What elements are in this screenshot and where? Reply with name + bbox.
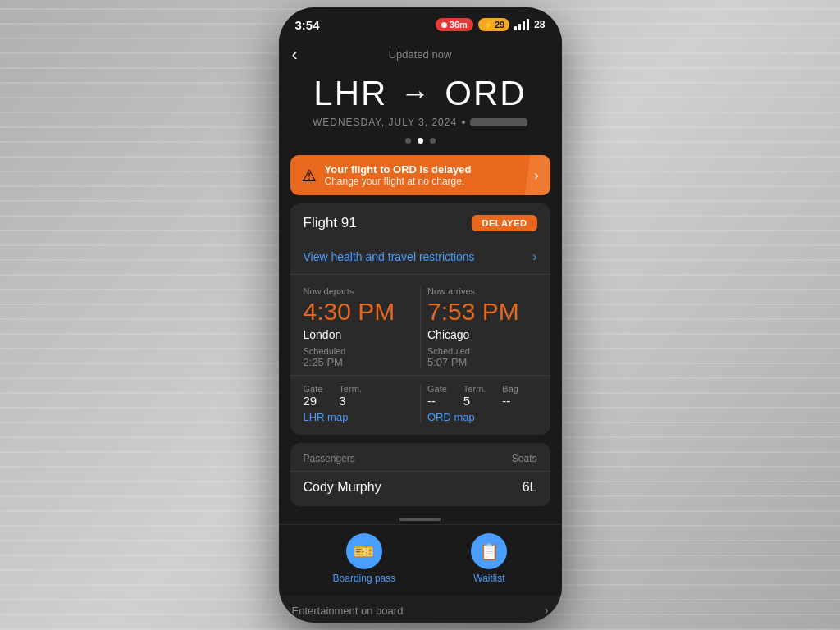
seats-label: Seats: [512, 453, 537, 464]
screen-content[interactable]: ‹ Updated now LHR → ORD WEDNESDAY, JULY …: [279, 39, 562, 623]
handle-bar: [399, 518, 441, 521]
alert-subtitle: Change your flight at no charge.: [325, 176, 528, 187]
updated-text: Updated now: [389, 48, 452, 61]
phone-shell: 3:54 36m ⚡ 29 28 ‹ Updated now: [279, 7, 562, 623]
route-date-text: WEDNESDAY, JULY 3, 2024: [313, 116, 457, 128]
arrive-bag-value: --: [502, 394, 518, 408]
depart-scheduled-label: Scheduled: [304, 346, 414, 356]
dot-1[interactable]: [418, 138, 423, 144]
waitlist-nav[interactable]: 📋 Waitlist: [471, 533, 507, 584]
alert-title: Your flight to ORD is delayed: [325, 163, 528, 176]
arrive-term-label: Term.: [463, 384, 486, 394]
depart-term-value: 3: [339, 394, 362, 408]
warning-icon: ⚠: [302, 166, 317, 185]
signal-bar-3: [523, 21, 525, 30]
depart-time: 4:30 PM: [304, 298, 414, 325]
route-date-dot: [462, 121, 465, 124]
arrive-column: Now arrives 7:53 PM Chicago Scheduled 5:…: [420, 286, 537, 368]
boarding-pass-icon: 🎫: [346, 533, 382, 569]
battery-badge: ⚡ 29: [478, 18, 509, 31]
route-section: LHR → ORD WEDNESDAY, JULY 3, 2024: [279, 66, 562, 128]
arrive-scheduled-time: 5:07 PM: [427, 356, 537, 368]
gate-grid: Gate 29 Term. 3 LHR map Gate: [290, 376, 550, 435]
dots-indicator: [279, 128, 562, 150]
entertainment-text: Entertainment on board: [292, 605, 404, 617]
arrive-term-value: 5: [463, 394, 486, 408]
signal-bar-1: [514, 26, 517, 30]
depart-column: Now departs 4:30 PM London Scheduled 2:2…: [304, 286, 421, 368]
dot-0[interactable]: [405, 138, 411, 144]
delayed-badge: DELAYED: [472, 215, 536, 231]
arrive-term-item: Term. 5: [463, 384, 486, 408]
wifi-num: 28: [534, 19, 545, 30]
signal-bar-4: [527, 19, 529, 30]
lhr-map-link[interactable]: LHR map: [304, 411, 414, 423]
depart-gate-col: Gate 29 Term. 3 LHR map: [304, 384, 421, 423]
entertainment-bar[interactable]: Entertainment on board ›: [279, 596, 562, 623]
route-destination: ORD: [445, 74, 526, 113]
back-button[interactable]: ‹: [292, 44, 298, 66]
arrive-label: Now arrives: [427, 286, 537, 296]
alert-time: 36m: [450, 20, 468, 30]
bottom-nav: 🎫 Boarding pass 📋 Waitlist: [279, 524, 562, 596]
travel-restrictions-link[interactable]: View health and travel restrictions ›: [290, 240, 550, 275]
arrive-city: Chicago: [427, 328, 537, 341]
travel-link-text: View health and travel restrictions: [304, 250, 475, 263]
flight-number: Flight 91: [304, 215, 357, 231]
arrive-gate-col: Gate -- Term. 5 Bag -- ORD map: [420, 384, 537, 423]
passenger-seat: 6L: [523, 480, 537, 495]
header: ‹ Updated now: [279, 39, 562, 66]
battery-num: 29: [495, 20, 504, 30]
route-title: LHR → ORD: [295, 74, 546, 113]
alert-banner[interactable]: ⚠ Your flight to ORD is delayed Change y…: [290, 155, 550, 195]
status-right: 36m ⚡ 29 28: [436, 18, 546, 31]
depart-term-label: Term.: [339, 384, 362, 394]
entertainment-chevron-icon: ›: [545, 604, 549, 617]
arrive-gate-item: Gate --: [427, 384, 447, 408]
waitlist-label: Waitlist: [473, 573, 504, 584]
depart-scheduled-time: 2:25 PM: [304, 356, 414, 368]
passenger-name: Cody Murphy: [304, 480, 381, 495]
depart-city: London: [304, 328, 414, 341]
flight-card: Flight 91 DELAYED View health and travel…: [290, 203, 550, 435]
flight-header: Flight 91 DELAYED: [290, 203, 550, 240]
passengers-header: Passengers Seats: [290, 443, 550, 472]
alert-badge: 36m: [436, 18, 473, 31]
signal-bar-2: [518, 24, 521, 30]
passengers-label: Passengers: [304, 453, 355, 464]
depart-term-item: Term. 3: [339, 384, 362, 408]
alert-dot: [441, 22, 447, 28]
alert-text-block: Your flight to ORD is delayed Change you…: [325, 163, 528, 187]
signal-bars: [514, 19, 529, 30]
depart-label: Now departs: [304, 286, 414, 296]
arrive-gate-label: Gate: [427, 384, 447, 394]
boarding-pass-label: Boarding pass: [333, 573, 396, 584]
status-time: 3:54: [295, 18, 320, 32]
depart-gate-value: 29: [304, 394, 323, 408]
arrive-gate-value: --: [427, 394, 447, 408]
passengers-section: Passengers Seats Cody Murphy 6L: [290, 443, 550, 506]
dot-2[interactable]: [430, 138, 436, 144]
arrive-gate-row: Gate -- Term. 5 Bag --: [427, 384, 537, 408]
arrive-bag-label: Bag: [502, 384, 518, 394]
arrive-bag-item: Bag --: [502, 384, 518, 408]
route-arrow-icon: →: [400, 76, 431, 111]
arrive-time: 7:53 PM: [427, 298, 537, 325]
times-grid: Now departs 4:30 PM London Scheduled 2:2…: [290, 275, 550, 376]
waitlist-icon: 📋: [471, 533, 507, 569]
depart-gate-item: Gate 29: [304, 384, 323, 408]
travel-link-chevron-icon: ›: [532, 249, 536, 264]
ord-map-link[interactable]: ORD map: [427, 411, 537, 423]
route-origin: LHR: [313, 74, 387, 113]
depart-gate-row: Gate 29 Term. 3: [304, 384, 414, 408]
battery-icon: ⚡: [483, 21, 493, 30]
alert-chevron-icon: ›: [534, 168, 538, 183]
bottom-handle: [279, 511, 562, 524]
route-date: WEDNESDAY, JULY 3, 2024: [295, 116, 546, 128]
route-date-flight-num: [470, 118, 527, 126]
arrive-scheduled-label: Scheduled: [427, 346, 537, 356]
status-bar: 3:54 36m ⚡ 29 28: [279, 7, 562, 39]
boarding-pass-nav[interactable]: 🎫 Boarding pass: [333, 533, 396, 584]
depart-gate-label: Gate: [304, 384, 323, 394]
passenger-row: Cody Murphy 6L: [290, 472, 550, 506]
